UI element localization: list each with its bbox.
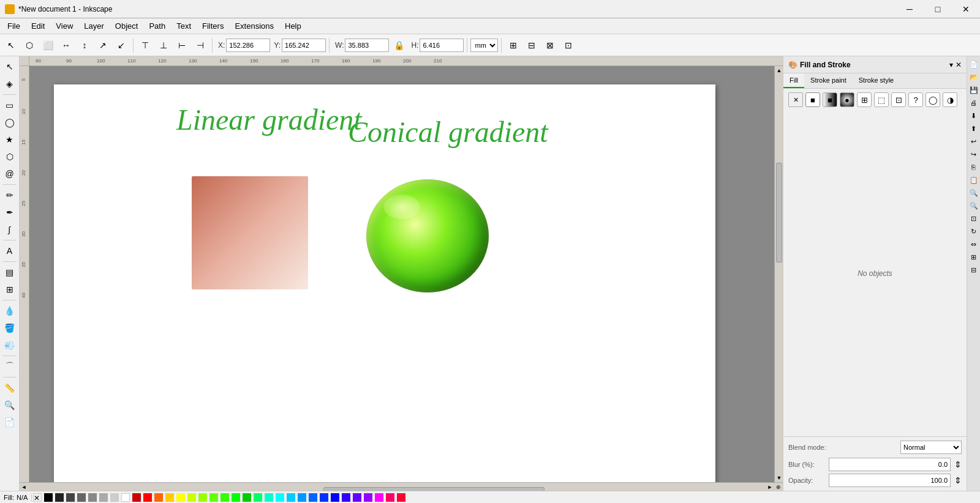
marker-end-btn[interactable]: ◑ — [943, 92, 957, 107]
text-tool[interactable]: A — [2, 243, 18, 259]
rf-print[interactable]: 🖨 — [968, 97, 979, 108]
blur-input[interactable] — [829, 458, 951, 471]
color-swatch-gray4[interactable] — [99, 493, 108, 502]
rf-rotate[interactable]: ↻ — [968, 226, 979, 237]
h-input[interactable] — [420, 39, 464, 52]
star-tool[interactable]: ★ — [2, 132, 18, 147]
color-swatch-green3[interactable] — [232, 493, 240, 502]
canvas-scroll[interactable]: Linear gradient Conical gradient ▲ — [29, 66, 783, 482]
rf-zoom-fit[interactable]: ⊡ — [968, 213, 979, 224]
color-swatch-purple2[interactable] — [353, 493, 361, 502]
pages-tool[interactable]: 📄 — [2, 414, 18, 430]
menu-filters[interactable]: Filters — [197, 20, 228, 32]
rect-tool[interactable]: ▭ — [2, 97, 18, 113]
y-input[interactable] — [282, 39, 326, 52]
x-input[interactable] — [226, 39, 270, 52]
radial-grad-btn[interactable]: ● — [840, 92, 854, 107]
pen-tool[interactable]: ✒ — [2, 204, 18, 220]
color-swatch-lime2[interactable] — [198, 493, 207, 502]
color-swatch-gray2[interactable] — [77, 493, 86, 502]
color-swatch-magenta[interactable] — [375, 493, 383, 502]
close-button[interactable]: ✕ — [952, 0, 980, 18]
linear-grad-btn[interactable]: ■ — [823, 92, 837, 107]
color-swatch-skyblue[interactable] — [287, 493, 295, 502]
hscroll-right-btn[interactable]: ► — [766, 483, 774, 491]
rf-undo[interactable]: ↩ — [968, 136, 979, 147]
circle-tool[interactable]: ◯ — [2, 114, 18, 130]
gradient-tool[interactable]: ▤ — [2, 264, 18, 280]
distribute-btn[interactable]: ⊡ — [560, 37, 577, 54]
connector-tool[interactable]: ⌒ — [2, 359, 18, 374]
transform-tool1[interactable]: ⊤ — [137, 37, 154, 54]
vertical-scrollbar[interactable]: ▲ ▼ — [774, 66, 783, 482]
flat-color-btn[interactable]: ■ — [805, 92, 820, 107]
rf-import[interactable]: ⬇ — [968, 110, 979, 121]
rf-save[interactable]: 💾 — [968, 84, 979, 95]
select-tool7-btn[interactable]: ↙ — [113, 37, 130, 54]
unknown-paint-btn[interactable]: ? — [908, 92, 923, 107]
menu-edit[interactable]: Edit — [26, 20, 50, 32]
rf-export[interactable]: ⬆ — [968, 123, 979, 134]
no-paint-btn[interactable]: ✕ — [788, 92, 803, 107]
rf-redo[interactable]: ↪ — [968, 149, 979, 160]
color-swatch-teal2[interactable] — [265, 493, 273, 502]
hscroll-thumb[interactable] — [323, 487, 545, 491]
color-swatch-red1[interactable] — [132, 493, 141, 502]
rf-zoom-out[interactable]: 🔍 — [968, 200, 979, 211]
menu-object[interactable]: Object — [110, 20, 143, 32]
align-left-btn[interactable]: ⊞ — [505, 37, 522, 54]
color-swatch-gray5[interactable] — [110, 493, 119, 502]
pencil-tool[interactable]: ✏ — [2, 187, 18, 203]
color-swatch-pink[interactable] — [386, 493, 394, 502]
menu-view[interactable]: View — [51, 20, 78, 32]
menu-layer[interactable]: Layer — [79, 20, 109, 32]
rf-align[interactable]: ⊞ — [968, 252, 979, 263]
color-swatch-orange1[interactable] — [154, 493, 163, 502]
opacity-stepper[interactable]: ⇕ — [954, 475, 962, 485]
panel-collapse-btn[interactable]: ▾ — [949, 61, 953, 69]
color-swatch-gray1[interactable] — [66, 493, 75, 502]
opacity-input[interactable] — [829, 474, 951, 487]
tab-stroke-paint[interactable]: Stroke paint — [804, 73, 853, 88]
color-swatch-blue3[interactable] — [320, 493, 328, 502]
color-swatch-blue4[interactable] — [331, 493, 339, 502]
align-center-btn[interactable]: ⊟ — [523, 37, 540, 54]
mesh-tool[interactable]: ⊞ — [2, 281, 18, 297]
color-swatch-darkgray[interactable] — [55, 493, 64, 502]
zoom-tool[interactable]: 🔍 — [2, 397, 18, 413]
select-tool-btn[interactable]: ↖ — [2, 37, 20, 54]
vscroll-down-btn[interactable]: ▼ — [775, 474, 783, 482]
lock-aspect-btn[interactable]: 🔒 — [390, 37, 407, 54]
vscroll-up-btn[interactable]: ▲ — [775, 66, 783, 75]
conical-gradient-sphere[interactable] — [366, 179, 489, 292]
color-swatch-blue1[interactable] — [298, 493, 306, 502]
color-swatch-purple3[interactable] — [364, 493, 372, 502]
spiral-tool[interactable]: @ — [2, 166, 18, 182]
minimize-button[interactable]: ─ — [895, 0, 924, 18]
color-swatch-blue2[interactable] — [309, 493, 317, 502]
canvas-zoom-btn[interactable]: ⊕ — [774, 483, 783, 491]
select-tool3-btn[interactable]: ⬜ — [39, 37, 56, 54]
align-right-btn[interactable]: ⊠ — [541, 37, 559, 54]
color-swatch-red2[interactable] — [143, 493, 152, 502]
calligraphy-tool[interactable]: ∫ — [2, 222, 18, 237]
tab-fill[interactable]: Fill — [783, 73, 804, 88]
vscroll-thumb[interactable] — [776, 163, 782, 263]
maximize-button[interactable]: □ — [924, 0, 952, 18]
measure-tool[interactable]: 📏 — [2, 380, 18, 396]
color-swatch-lime1[interactable] — [187, 493, 196, 502]
menu-text[interactable]: Text — [172, 20, 196, 32]
polygon-tool[interactable]: ⬡ — [2, 149, 18, 165]
menu-extensions[interactable]: Extensions — [230, 20, 279, 32]
rf-new-doc[interactable]: 📄 — [968, 59, 979, 70]
color-swatch-purple1[interactable] — [342, 493, 350, 502]
select-tool2-btn[interactable]: ⬡ — [21, 37, 38, 54]
color-swatch-rose[interactable] — [397, 493, 405, 502]
color-swatch-orange2[interactable] — [165, 493, 174, 502]
color-swatch-green4[interactable] — [243, 493, 251, 502]
rf-copy[interactable]: ⎘ — [968, 162, 979, 173]
menu-file[interactable]: File — [2, 20, 25, 32]
spray-tool[interactable]: 💨 — [2, 337, 18, 353]
rf-zoom-in[interactable]: 🔍 — [968, 187, 979, 198]
panel-close-btn[interactable]: ✕ — [956, 61, 962, 69]
